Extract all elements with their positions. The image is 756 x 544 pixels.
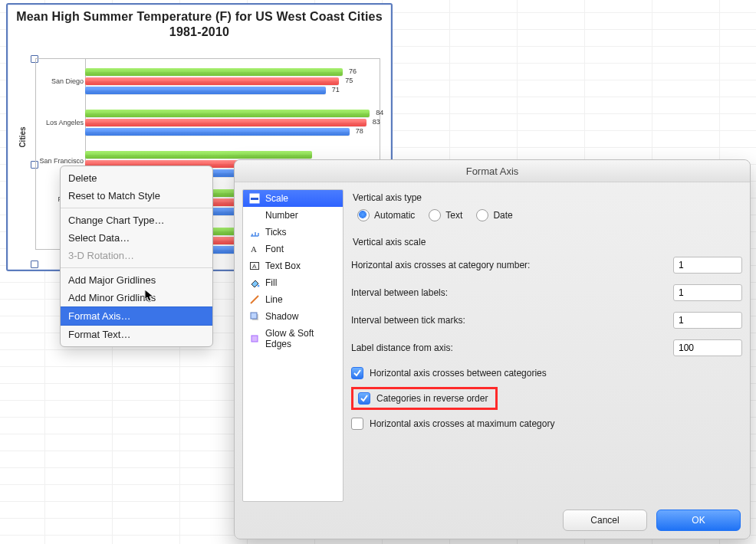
field-label-label-distance: Label distance from axis: bbox=[351, 342, 673, 353]
radio-text[interactable]: Text bbox=[429, 209, 462, 221]
scale-form: Horizontal axis crosses at category numb… bbox=[351, 257, 742, 356]
input-interval-labels[interactable] bbox=[673, 284, 742, 301]
input-label-distance[interactable] bbox=[673, 339, 742, 356]
svg-rect-8 bbox=[251, 336, 258, 342]
bar-value: 75 bbox=[345, 77, 353, 84]
sidebar-item-shadow[interactable]: Shadow bbox=[243, 308, 343, 325]
bar-jun[interactable]: 78 bbox=[85, 128, 350, 136]
glow-icon bbox=[249, 333, 260, 344]
bar-jul[interactable]: 83 bbox=[85, 119, 366, 126]
svg-text:A: A bbox=[252, 263, 257, 270]
menu-item-add-major-gridlines[interactable]: Add Major Gridlines bbox=[61, 271, 212, 289]
checkbox-label: Horizontal axis crosses at maximum categ… bbox=[370, 418, 554, 429]
svg-point-5 bbox=[258, 285, 260, 287]
menu-item-delete[interactable]: Delete bbox=[61, 169, 212, 187]
menu-separator bbox=[61, 208, 212, 208]
field-label-interval-ticks: Interval between tick marks: bbox=[351, 315, 673, 326]
input-crosses-at[interactable] bbox=[673, 257, 742, 274]
dialog-titlebar[interactable]: Format Axis bbox=[235, 160, 750, 182]
ticks-icon bbox=[249, 227, 260, 238]
checkbox-label: Horizontal axis crosses between categori… bbox=[370, 368, 547, 379]
menu-item-reset-style[interactable]: Reset to Match Style bbox=[61, 187, 212, 205]
sidebar-item-label: Text Box bbox=[265, 261, 301, 271]
input-interval-ticks[interactable] bbox=[673, 312, 742, 329]
axis-type-label: Vertical axis type bbox=[353, 192, 742, 203]
svg-rect-7 bbox=[251, 313, 257, 319]
field-label-crosses-at: Horizontal axis crosses at category numb… bbox=[351, 260, 673, 270]
axis-type-radios: Automatic Text Date bbox=[357, 209, 742, 221]
sidebar-item-scale[interactable]: Scale bbox=[243, 190, 343, 207]
sidebar-item-label: Font bbox=[265, 244, 284, 254]
svg-rect-1 bbox=[251, 198, 258, 200]
menu-item-select-data[interactable]: Select Data… bbox=[61, 229, 212, 247]
bar-aug[interactable]: 76 bbox=[85, 68, 343, 76]
bar-value: 78 bbox=[356, 127, 363, 135]
sidebar-item-line[interactable]: Line bbox=[243, 291, 343, 308]
y-tick-label: San Diego bbox=[36, 77, 84, 85]
line-icon bbox=[249, 294, 260, 305]
sidebar-item-font[interactable]: A Font bbox=[243, 241, 343, 257]
menu-item-format-text[interactable]: Format Text… bbox=[61, 326, 212, 343]
menu-item-change-chart-type[interactable]: Change Chart Type… bbox=[61, 211, 212, 229]
selection-handle[interactable] bbox=[31, 261, 38, 268]
svg-text:A: A bbox=[251, 244, 257, 254]
cancel-button[interactable]: Cancel bbox=[563, 510, 647, 531]
dialog-footer: Cancel OK bbox=[563, 510, 741, 531]
check-crosses-max[interactable]: Horizontal axis crosses at maximum categ… bbox=[351, 418, 742, 430]
y-tick-label: Los Angeles bbox=[36, 119, 84, 126]
dialog-title: Format Axis bbox=[466, 165, 519, 177]
ok-button[interactable]: OK bbox=[656, 510, 741, 531]
radio-automatic[interactable]: Automatic bbox=[357, 209, 415, 221]
shadow-icon bbox=[249, 311, 260, 322]
radio-label: Text bbox=[445, 210, 462, 221]
radio-label: Automatic bbox=[374, 210, 415, 221]
check-categories-reverse[interactable]: Categories in reverse order bbox=[351, 387, 742, 410]
field-label-interval-labels: Interval between labels: bbox=[351, 287, 673, 298]
sidebar-item-label: Glow & Soft Edges bbox=[265, 328, 337, 349]
checkbox-icon bbox=[351, 367, 363, 379]
sidebar-item-label: Fill bbox=[265, 277, 277, 288]
bar-aug[interactable] bbox=[85, 151, 312, 159]
menu-item-format-axis[interactable]: Format Axis… bbox=[61, 306, 212, 326]
checkbox-label: Categories in reverse order bbox=[376, 393, 488, 404]
chart-title: Mean High Summer Temperature (F) for US … bbox=[15, 9, 383, 40]
radio-date[interactable]: Date bbox=[476, 209, 512, 221]
sidebar-item-label: Ticks bbox=[265, 227, 287, 238]
sidebar-item-ticks[interactable]: Ticks bbox=[243, 224, 343, 241]
sidebar-item-number[interactable]: Number bbox=[243, 207, 343, 224]
menu-separator bbox=[61, 267, 212, 268]
bar-jul[interactable]: 75 bbox=[85, 77, 339, 85]
bar-value: 71 bbox=[332, 86, 340, 93]
radio-label: Date bbox=[493, 210, 512, 221]
sidebar-item-glow[interactable]: Glow & Soft Edges bbox=[243, 325, 343, 352]
check-crosses-between[interactable]: Horizontal axis crosses between categori… bbox=[351, 367, 742, 379]
bar-aug[interactable]: 84 bbox=[85, 110, 370, 117]
sidebar-item-label: Scale bbox=[265, 193, 288, 204]
context-menu[interactable]: Delete Reset to Match Style Change Chart… bbox=[60, 165, 213, 347]
fill-icon bbox=[249, 277, 260, 288]
font-icon: A bbox=[249, 244, 260, 254]
sidebar-item-label: Shadow bbox=[265, 311, 298, 322]
textbox-icon: A bbox=[249, 261, 260, 271]
bar-value: 76 bbox=[349, 67, 357, 75]
dialog-sidebar[interactable]: Scale Number Ticks A Font A Text Box Fil… bbox=[242, 189, 343, 502]
sidebar-item-label: Number bbox=[265, 210, 298, 221]
radio-dot-icon bbox=[476, 209, 488, 221]
menu-item-3d-rotation: 3-D Rotation… bbox=[61, 247, 212, 264]
scale-icon bbox=[249, 193, 260, 204]
sidebar-item-label: Line bbox=[265, 294, 283, 305]
dialog-main-panel: Vertical axis type Automatic Text Date V… bbox=[351, 189, 742, 502]
bar-group-san-diego: 76 75 71 bbox=[85, 68, 376, 99]
scale-checkboxes: Horizontal axis crosses between categori… bbox=[351, 367, 742, 430]
radio-dot-icon bbox=[429, 209, 441, 221]
bar-group-los-angeles: 84 83 78 bbox=[85, 110, 376, 140]
menu-item-add-minor-gridlines[interactable]: Add Minor Gridlines bbox=[61, 289, 212, 306]
checkbox-icon bbox=[358, 392, 370, 405]
bar-jun[interactable]: 71 bbox=[85, 87, 326, 94]
sidebar-item-fill[interactable]: Fill bbox=[243, 274, 343, 291]
sidebar-item-text-box[interactable]: A Text Box bbox=[243, 257, 343, 274]
format-axis-dialog[interactable]: Format Axis Scale Number Ticks A Font A … bbox=[234, 159, 751, 539]
scale-section-label: Vertical axis scale bbox=[353, 237, 742, 247]
checkbox-icon bbox=[351, 418, 363, 430]
highlight-box: Categories in reverse order bbox=[351, 387, 498, 410]
